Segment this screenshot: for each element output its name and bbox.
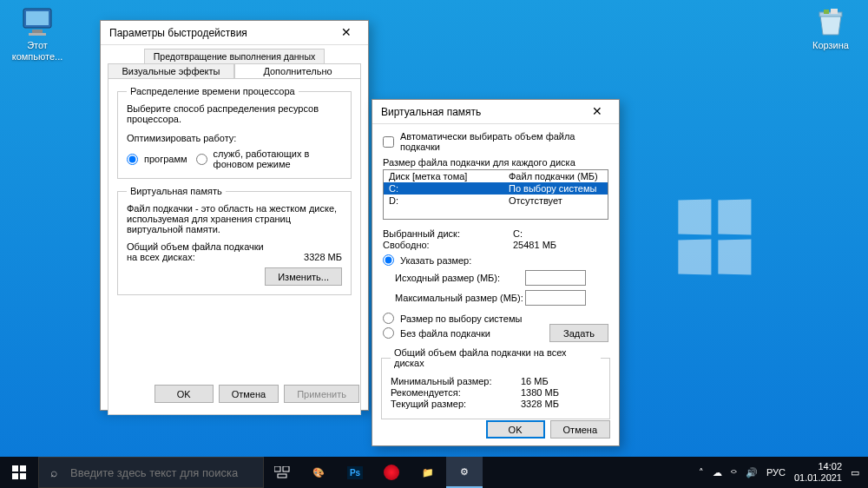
search-box[interactable]: ⌕	[38, 457, 264, 488]
selected-drive-value: C:	[513, 228, 523, 239]
tray-clock[interactable]: 14:02 01.01.2021	[794, 461, 842, 484]
titlebar[interactable]: Параметры быстродействия ✕	[101, 21, 368, 45]
svg-rect-1	[26, 11, 49, 25]
group-legend: Общий объем файла подкачки на всех диска…	[391, 347, 601, 368]
processor-scheduling-group: Распределение времени процессора Выберит…	[117, 86, 352, 179]
wallpaper-windows-logo	[677, 200, 755, 278]
recommended-value: 1380 МБ	[521, 387, 559, 398]
col-pagefile: Файл подкачки (МБ)	[503, 170, 608, 182]
svg-rect-8	[20, 465, 26, 472]
drive-row[interactable]: D: Отсутствует	[384, 195, 608, 207]
min-size-label: Минимальный размер:	[391, 376, 521, 386]
taskbar-app-paint[interactable]: 🎨	[300, 457, 337, 488]
taskbar-app-photoshop[interactable]: Ps	[337, 457, 373, 488]
gear-icon: ⚙	[460, 466, 469, 478]
optimize-label: Оптимизировать работу:	[127, 133, 342, 143]
initial-size-input[interactable]	[525, 270, 586, 286]
palette-icon: 🎨	[312, 467, 325, 478]
svg-rect-5	[824, 10, 829, 14]
tray-language[interactable]: РУС	[766, 467, 786, 478]
svg-rect-2	[32, 30, 43, 33]
radio-background-services[interactable]: служб, работающих в фоновом режиме	[196, 148, 342, 169]
titlebar[interactable]: Виртуальная память ✕	[372, 100, 619, 124]
close-button[interactable]: ✕	[581, 102, 614, 122]
task-view-button[interactable]	[264, 457, 300, 488]
tab-advanced[interactable]: Дополнительно	[234, 63, 361, 78]
taskbar-app-explorer[interactable]: 📁	[410, 457, 446, 488]
change-button[interactable]: Изменить...	[265, 267, 342, 286]
svg-rect-6	[831, 9, 838, 14]
ok-button[interactable]: OK	[155, 385, 214, 403]
tray-wifi-icon[interactable]: ⌔	[731, 467, 737, 478]
ps-icon: Ps	[347, 466, 363, 479]
desktop-icon-label: Корзина	[799, 40, 863, 51]
monitor-icon	[20, 7, 55, 38]
close-button[interactable]: ✕	[330, 23, 363, 43]
recommended-label: Рекомендуется:	[391, 387, 521, 398]
virtual-memory-group: Виртуальная память Файл подкачки - это о…	[117, 186, 352, 295]
svg-rect-3	[29, 33, 46, 36]
svg-rect-9	[12, 473, 18, 479]
tray-onedrive-icon[interactable]: ☁	[713, 467, 722, 478]
radio-custom-size[interactable]: Указать размер:	[383, 254, 471, 266]
windows-icon	[12, 465, 26, 479]
checkbox-auto-manage[interactable]: Автоматически выбирать объем файла подка…	[383, 131, 608, 152]
cancel-button[interactable]: Отмена	[550, 420, 610, 439]
tray-volume-icon[interactable]: 🔊	[746, 467, 758, 478]
cancel-button[interactable]: Отмена	[219, 385, 279, 403]
taskbar-app-settings[interactable]: ⚙	[446, 457, 483, 488]
virtual-memory-dialog: Виртуальная память ✕ Автоматически выбир…	[372, 99, 620, 446]
tray-notifications-icon[interactable]: ▭	[851, 467, 859, 478]
radio-programs[interactable]: программ	[127, 154, 187, 165]
size-each-label: Размер файла подкачки для каждого диска	[383, 157, 608, 168]
group-legend: Распределение времени процессора	[127, 86, 299, 96]
current-size-label: Текущий размер:	[391, 399, 521, 409]
current-size-value: 3328 МБ	[521, 399, 559, 409]
svg-rect-7	[12, 465, 18, 472]
svg-rect-12	[283, 466, 289, 472]
drive-list[interactable]: Диск [метка тома] Файл подкачки (МБ) C: …	[383, 169, 608, 220]
set-button[interactable]: Задать	[549, 324, 608, 342]
free-space-value: 25481 МБ	[513, 240, 556, 250]
svg-rect-10	[20, 473, 26, 479]
help-text: Выберите способ распределения ресурсов п…	[127, 103, 342, 124]
total-pagefile-value: 3328 МБ	[304, 252, 342, 262]
tray-date: 01.01.2021	[794, 472, 842, 484]
search-icon: ⌕	[39, 465, 69, 479]
desktop-icon-recycle-bin[interactable]: Корзина	[799, 7, 863, 51]
ok-button[interactable]: OK	[486, 420, 545, 439]
initial-size-label: Исходный размер (МБ):	[395, 273, 525, 283]
performance-options-dialog: Параметры быстродействия ✕ Предотвращени…	[100, 20, 369, 411]
desktop-icon-this-pc[interactable]: Этот компьюте...	[5, 7, 69, 63]
folder-icon: 📁	[422, 467, 434, 478]
min-size-value: 16 МБ	[521, 376, 549, 386]
taskbar: ⌕ 🎨 Ps 📁 ⚙ ˄ ☁ ⌔ 🔊 РУС 14:02 01.01.2021 …	[0, 457, 868, 488]
apply-button[interactable]: Применить	[284, 385, 359, 403]
window-title: Параметры быстродействия	[109, 27, 330, 39]
total-pagefile-label: Общий объем файла подкачки на всех диска…	[127, 241, 266, 262]
totals-group: Общий объем файла подкачки на всех диска…	[381, 347, 610, 419]
window-title: Виртуальная память	[381, 106, 581, 118]
group-legend: Виртуальная память	[127, 186, 226, 196]
svg-rect-11	[274, 466, 280, 472]
taskbar-app-opera[interactable]	[373, 457, 410, 488]
selected-drive-label: Выбранный диск:	[383, 228, 513, 239]
radio-no-paging-file[interactable]: Без файла подкачки	[383, 327, 490, 339]
tray-chevron-up-icon[interactable]: ˄	[699, 467, 704, 478]
search-input[interactable]	[69, 465, 263, 480]
maximum-size-input[interactable]	[525, 290, 586, 306]
tray-time: 14:02	[794, 461, 842, 472]
vm-description: Файл подкачки - это область на жестком д…	[127, 203, 342, 234]
tab-dep[interactable]: Предотвращение выполнения данных	[144, 49, 325, 63]
opera-icon	[384, 465, 399, 480]
start-button[interactable]	[0, 457, 38, 488]
desktop-icon-label: Этот компьюте...	[5, 40, 69, 63]
radio-system-managed[interactable]: Размер по выбору системы	[383, 313, 608, 324]
col-drive: Диск [метка тома]	[384, 170, 503, 182]
free-space-label: Свободно:	[383, 240, 513, 250]
svg-rect-13	[278, 474, 286, 478]
task-view-icon	[274, 466, 290, 478]
drive-row[interactable]: C: По выбору системы	[384, 182, 608, 195]
recycle-bin-icon	[813, 7, 848, 38]
tab-visual-effects[interactable]: Визуальные эффекты	[108, 63, 234, 78]
